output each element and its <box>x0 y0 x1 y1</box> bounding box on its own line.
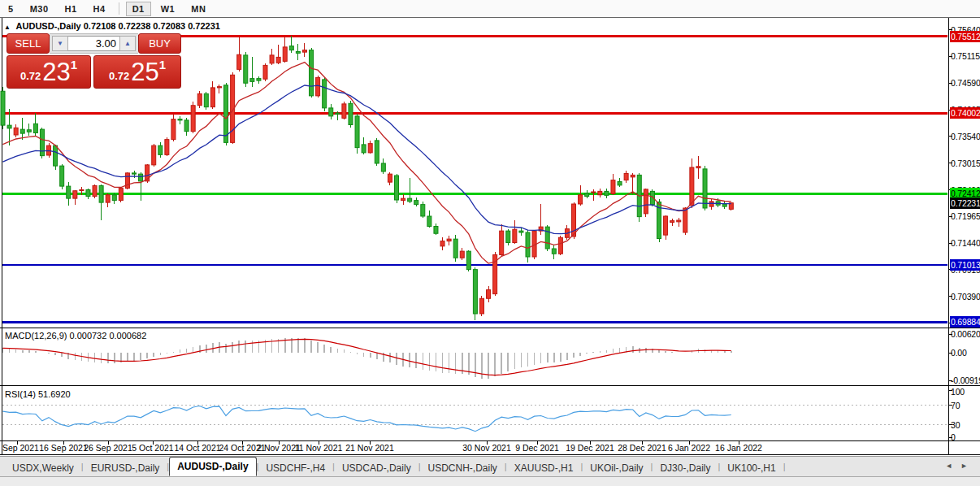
one-click-trading-panel: SELL ▼ ▲ BUY 0.72 23 1 0.72 25 1 <box>7 33 181 89</box>
rsi-tick-label: 30 <box>951 420 960 430</box>
date-tick-label: 7 Sep 2021 <box>0 443 39 453</box>
rsi-indicator-label: RSI(14) 51.6920 <box>5 389 71 399</box>
date-tick-label: 26 Sep 2021 <box>84 443 132 453</box>
price-level-badge: 0.69884 <box>950 316 980 328</box>
rsi-tick-label: 70 <box>951 401 960 410</box>
buy-price-pip: 1 <box>159 58 166 72</box>
volume-stepper: ▼ ▲ <box>50 33 138 54</box>
sell-price-small: 0.72 <box>20 70 41 82</box>
date-tick-label: 16 Sep 2021 <box>39 443 88 453</box>
buy-price-big: 25 <box>131 59 158 85</box>
chart-title: ▲ AUDUSD-,Daily 0.72108 0.72238 0.72083 … <box>4 21 220 31</box>
sell-price-pip: 1 <box>71 58 77 72</box>
buy-price-box[interactable]: 0.72 25 1 <box>93 55 181 89</box>
price-tick-label: 0.70390 <box>951 292 980 302</box>
rsi-tick-label: 100 <box>951 387 965 397</box>
price-level-badge: 0.71013 <box>950 259 980 271</box>
date-tick-label: 19 Dec 2021 <box>566 443 614 453</box>
price-level-badge: 0.74002 <box>950 107 980 119</box>
price-tick-label: 0.73015 <box>951 158 980 168</box>
buy-price-small: 0.72 <box>109 70 129 82</box>
macd-indicator-label: MACD(12,26,9) 0.000732 0.000682 <box>5 331 146 341</box>
date-tick-label: 14 Oct 2021 <box>174 443 220 453</box>
price-tick-label: 0.71440 <box>951 238 980 248</box>
price-level-badge: 0.72231 <box>950 197 980 209</box>
date-tick-label: 16 Jan 2022 <box>715 443 762 453</box>
price-tick-label: 0.73540 <box>951 132 980 141</box>
tab-scroll-arrows: ◄► <box>945 462 976 470</box>
sell-button[interactable]: SELL <box>7 33 50 54</box>
price-tick-label: 0.75115 <box>951 51 980 61</box>
sell-price-box[interactable]: 0.72 23 1 <box>7 55 91 89</box>
price-level-badge: 0.75512 <box>950 31 980 42</box>
date-tick-label: 30 Nov 2021 <box>462 443 511 453</box>
price-tick-label: 0.71965 <box>951 211 980 221</box>
rsi-tick-label: 0 <box>951 432 956 442</box>
date-tick-label: 11 Nov 2021 <box>295 443 343 453</box>
chart-symbol-label: AUDUSD-,Daily <box>16 21 81 31</box>
macd-tick-label: 0.006201 <box>951 329 980 339</box>
volume-input[interactable] <box>68 36 119 51</box>
date-tick-label: 9 Dec 2021 <box>515 443 559 453</box>
tab-scroll-left-icon[interactable]: ◄ <box>945 462 960 470</box>
macd-tick-label: 0.00 <box>951 348 967 358</box>
collapse-chart-icon[interactable]: ▲ <box>4 24 11 31</box>
date-tick-label: 28 Dec 2021 <box>618 443 666 453</box>
date-tick-label: 6 Jan 2022 <box>668 443 710 453</box>
volume-increase-button[interactable]: ▲ <box>119 36 136 51</box>
date-tick-label: 21 Nov 2021 <box>345 443 394 453</box>
chart-ohlc-values: 0.72108 0.72238 0.72083 0.72231 <box>84 21 220 31</box>
date-tick-label: 5 Oct 2021 <box>132 443 173 453</box>
tab-scroll-right-icon[interactable]: ► <box>960 462 976 470</box>
sell-price-big: 23 <box>42 59 70 85</box>
price-tick-label: 0.74590 <box>951 78 980 88</box>
volume-decrease-button[interactable]: ▼ <box>52 36 68 51</box>
trading-platform-window: 5M30H1H4D1W1MN ▲ AUDUSD-,Daily 0.72108 0… <box>0 0 980 486</box>
macd-tick-label: -0.009197 <box>951 375 980 385</box>
buy-button[interactable]: BUY <box>138 33 181 54</box>
